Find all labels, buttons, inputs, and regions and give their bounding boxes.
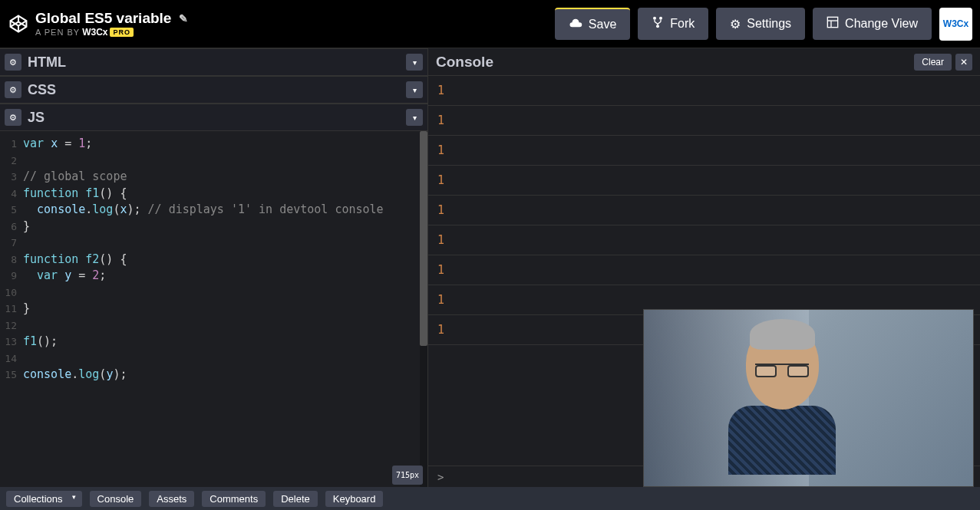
gear-icon[interactable]: ⚙ [5, 81, 21, 98]
html-panel-title: HTML [28, 54, 406, 71]
clear-button[interactable]: Clear [914, 54, 952, 71]
byline-prefix: A PEN BY [35, 28, 80, 37]
chevron-down-icon[interactable]: ▾ [406, 81, 423, 98]
css-panel-title: CSS [28, 82, 406, 98]
gear-icon[interactable]: ⚙ [5, 54, 21, 71]
scrollbar-thumb[interactable] [420, 131, 427, 346]
console-line: 1 [428, 76, 980, 106]
js-panel-header[interactable]: ⚙ JS ▾ [0, 104, 427, 131]
console-button[interactable]: Console [90, 491, 142, 507]
footer-bar: Collections Console Assets Comments Dele… [0, 487, 980, 510]
html-panel-header[interactable]: ⚙ HTML ▾ [0, 48, 427, 76]
cloud-icon [569, 18, 582, 31]
save-label: Save [589, 18, 616, 31]
js-panel-title: JS [28, 110, 406, 126]
console-title: Console [436, 54, 914, 71]
svg-rect-6 [827, 17, 837, 27]
code-content[interactable]: var x = 1; // global scope function f1()… [23, 131, 427, 487]
edit-icon[interactable]: ✎ [179, 12, 188, 25]
console-line: 1 [428, 225, 980, 255]
svg-point-3 [653, 17, 656, 20]
console-header: Console Clear ✕ [428, 48, 980, 76]
webcam-overlay [643, 309, 974, 487]
console-prompt: > [437, 471, 444, 483]
svg-point-4 [659, 17, 662, 20]
pen-title[interactable]: Global ES5 variable [35, 10, 171, 27]
delete-button[interactable]: Delete [273, 491, 318, 507]
console-line: 1 [428, 106, 980, 136]
chevron-down-icon[interactable]: ▾ [406, 109, 423, 126]
editors-column: ⚙ HTML ▾ ⚙ CSS ▾ ⚙ JS ▾ 1 2 [0, 48, 428, 487]
codepen-logo[interactable] [8, 13, 29, 35]
header-bar: Global ES5 variable ✎ A PEN BY W3Cx PRO … [0, 0, 980, 48]
avatar[interactable]: W3Cx [939, 8, 972, 41]
comments-button[interactable]: Comments [202, 491, 266, 507]
change-view-button[interactable]: Change View [813, 8, 932, 40]
author-link[interactable]: W3Cx [82, 27, 107, 38]
collections-dropdown[interactable]: Collections [6, 491, 82, 507]
console-line: 1 [428, 196, 980, 225]
keyboard-button[interactable]: Keyboard [325, 491, 384, 507]
pro-badge: PRO [110, 28, 134, 37]
console-line: 1 [428, 255, 980, 285]
css-panel: ⚙ CSS ▾ [0, 76, 427, 104]
fork-button[interactable]: Fork [638, 8, 708, 40]
line-gutter: 1 2 3 4 5 6 7 8 9 10 11 12 13 14 15 [0, 131, 23, 487]
console-line: 1 [428, 166, 980, 196]
gear-icon: ⚙ [730, 17, 741, 31]
fork-icon [652, 16, 664, 31]
scrollbar[interactable] [420, 131, 427, 487]
layout-icon [827, 16, 839, 31]
fork-label: Fork [670, 17, 695, 31]
assets-button[interactable]: Assets [149, 491, 194, 507]
console-line: 1 [428, 136, 980, 166]
chevron-down-icon[interactable]: ▾ [406, 54, 423, 71]
size-badge: 715px [392, 466, 423, 485]
js-panel: ⚙ JS ▾ 1 2 3 4 5 6 7 8 9 10 11 12 [0, 104, 427, 487]
main-area: ⚙ HTML ▾ ⚙ CSS ▾ ⚙ JS ▾ 1 2 [0, 48, 980, 487]
settings-button[interactable]: ⚙ Settings [716, 8, 805, 40]
svg-point-5 [656, 25, 659, 28]
settings-label: Settings [747, 17, 791, 31]
title-area: Global ES5 variable ✎ A PEN BY W3Cx PRO [35, 10, 555, 38]
console-column: Console Clear ✕ 1 1 1 1 1 1 1 1 1 > [428, 48, 980, 487]
gear-icon[interactable]: ⚙ [5, 109, 21, 126]
html-panel: ⚙ HTML ▾ [0, 48, 427, 76]
js-code-editor[interactable]: 1 2 3 4 5 6 7 8 9 10 11 12 13 14 15 [0, 131, 427, 487]
close-icon[interactable]: ✕ [955, 54, 972, 71]
css-panel-header[interactable]: ⚙ CSS ▾ [0, 76, 427, 104]
save-button[interactable]: Save [555, 8, 630, 40]
change-view-label: Change View [845, 17, 918, 31]
